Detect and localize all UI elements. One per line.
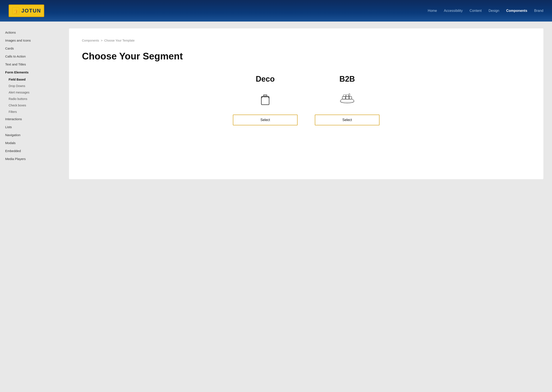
segment-grid: Deco Select B2B — [82, 75, 530, 125]
breadcrumb: Components > Choose Your Template — [82, 39, 530, 42]
svg-rect-2 — [261, 97, 269, 105]
svg-rect-5 — [342, 97, 345, 99]
breadcrumb-components[interactable]: Components — [82, 39, 99, 42]
sidebar-item-modals[interactable]: Modals — [5, 139, 55, 147]
main-content: Components > Choose Your Template Choose… — [60, 21, 552, 392]
logo-text: JOTUN — [21, 8, 41, 14]
sidebar-item-lists[interactable]: Lists — [5, 123, 55, 131]
breadcrumb-template: Choose Your Template — [104, 39, 135, 42]
nav-home[interactable]: Home — [428, 9, 437, 13]
select-deco-button[interactable]: Select — [233, 115, 298, 125]
segment-card-deco: Deco Select — [233, 75, 298, 125]
content-card: Components > Choose Your Template Choose… — [69, 28, 543, 179]
sidebar-subitem-filters[interactable]: Filters — [5, 109, 55, 115]
sidebar-subitem-field-based[interactable]: Field Based — [5, 76, 55, 83]
logo-box: 👍 JOTUN — [9, 5, 44, 17]
sidebar-subitem-check-boxes[interactable]: Check boxes — [5, 102, 55, 109]
sidebar-item-interactions[interactable]: Interactions — [5, 115, 55, 123]
segment-card-b2b: B2B — [315, 75, 380, 125]
nav-design[interactable]: Design — [489, 9, 499, 13]
main-nav: Home Accessibility Content Design Compon… — [428, 9, 543, 13]
sidebar-item-navigation[interactable]: Navigation — [5, 131, 55, 139]
select-b2b-button[interactable]: Select — [315, 115, 380, 125]
segment-title-b2b: B2B — [339, 75, 355, 84]
sidebar-item-text-titles[interactable]: Text and Titles — [5, 60, 55, 68]
logo-icon: 👍 — [12, 7, 20, 15]
sidebar-item-form-elements[interactable]: Form Elements — [5, 68, 55, 76]
page-title: Choose Your Segment — [82, 51, 530, 62]
sidebar-item-images-icons[interactable]: Images and Icons — [5, 36, 55, 44]
svg-rect-6 — [346, 97, 349, 99]
sidebar-item-cards[interactable]: Cards — [5, 44, 55, 52]
sidebar-item-actions[interactable]: Actions — [5, 28, 55, 36]
nav-content[interactable]: Content — [470, 9, 482, 13]
breadcrumb-separator: > — [101, 39, 102, 42]
sidebar-subitem-alert-messages[interactable]: Alert messages — [5, 89, 55, 96]
svg-rect-10 — [349, 94, 350, 96]
segment-title-deco: Deco — [256, 75, 275, 84]
paint-bucket-icon — [257, 91, 274, 108]
nav-accessibility[interactable]: Accessibility — [444, 9, 463, 13]
sidebar-subitem-dropdowns[interactable]: Drop Downs — [5, 83, 55, 89]
cargo-ship-icon — [338, 91, 356, 108]
nav-brand[interactable]: Brand — [534, 9, 543, 13]
sidebar: Actions Images and Icons Cards Calls to … — [0, 21, 60, 392]
sidebar-subitem-radio-buttons[interactable]: Radio buttons — [5, 96, 55, 102]
site-header: 👍 JOTUN Home Accessibility Content Desig… — [0, 0, 552, 21]
sidebar-item-calls-to-action[interactable]: Calls to Action — [5, 52, 55, 60]
sidebar-item-media-players[interactable]: Media Players — [5, 155, 55, 163]
sidebar-item-embedded[interactable]: Embedded — [5, 147, 55, 155]
svg-text:👍: 👍 — [13, 8, 19, 14]
logo[interactable]: 👍 JOTUN — [9, 5, 44, 17]
page-body: Actions Images and Icons Cards Calls to … — [0, 21, 552, 392]
svg-rect-7 — [349, 97, 352, 99]
nav-components[interactable]: Components — [506, 9, 527, 13]
